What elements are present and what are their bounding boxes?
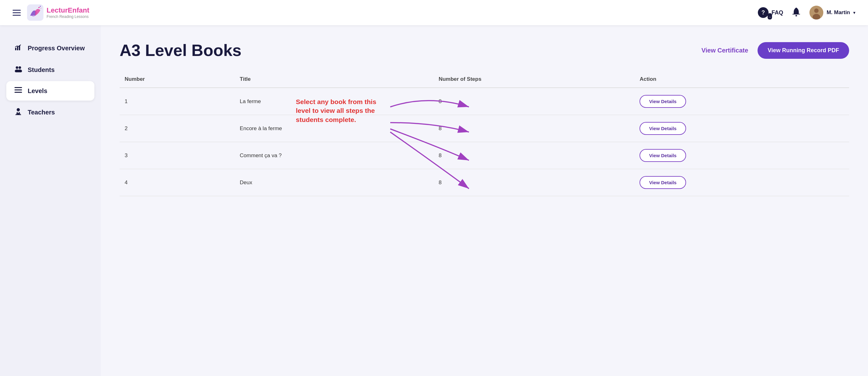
row-3-steps: 8: [434, 142, 635, 169]
row-3-action: View Details: [634, 142, 849, 169]
table-row: 2 Encore à la ferme 8 View Details: [120, 115, 849, 142]
row-1-action: View Details: [634, 88, 849, 115]
row-2-steps: 8: [434, 115, 635, 142]
view-details-button-1[interactable]: View Details: [640, 95, 686, 108]
svg-point-8: [814, 8, 818, 13]
user-name: M. Martin: [827, 9, 850, 16]
sidebar-item-teachers-label: Teachers: [28, 109, 55, 116]
row-1-title: La ferme: [235, 88, 434, 115]
svg-rect-11: [17, 46, 18, 50]
view-details-button-2[interactable]: View Details: [640, 122, 686, 135]
row-2-action: View Details: [634, 115, 849, 142]
svg-point-1: [38, 7, 40, 8]
row-4-title: Deux: [235, 169, 434, 196]
levels-icon: [14, 87, 23, 95]
row-2-number: 2: [120, 115, 235, 142]
view-certificate-link[interactable]: View Certificate: [702, 47, 748, 54]
header-right: ? ··· FAQ M. Mar: [757, 6, 856, 20]
svg-point-6: [796, 15, 797, 16]
logo-text: LecturEnfant French Reading Lessons: [46, 6, 89, 19]
page-header: A3 Level Books View Certificate View Run…: [120, 41, 849, 60]
svg-point-3: [40, 8, 41, 8]
row-1-steps: 8: [434, 88, 635, 115]
table-row: 3 Comment ça va ? 8 View Details: [120, 142, 849, 169]
page-actions: View Certificate View Running Record PDF: [702, 42, 849, 59]
row-4-action: View Details: [634, 169, 849, 196]
header-left: LecturEnfant French Reading Lessons: [12, 4, 89, 21]
logo-title: LecturEnfant: [46, 6, 89, 14]
hamburger-menu[interactable]: [12, 10, 21, 16]
page-title: A3 Level Books: [120, 41, 241, 60]
col-steps: Number of Steps: [434, 72, 635, 88]
svg-rect-18: [14, 90, 22, 91]
table-body: 1 La ferme 8 View Details 2 Encore à la …: [120, 88, 849, 196]
notifications-bell[interactable]: [792, 7, 801, 18]
app-header: LecturEnfant French Reading Lessons ? ··…: [0, 0, 868, 25]
view-details-button-3[interactable]: View Details: [640, 149, 686, 162]
logo-icon: [27, 4, 43, 21]
user-menu-chevron: ▾: [853, 10, 856, 15]
sidebar-item-students[interactable]: Students: [6, 60, 94, 80]
table-header: Number Title Number of Steps Action: [120, 72, 849, 88]
logo-area: LecturEnfant French Reading Lessons: [27, 4, 89, 21]
svg-point-20: [17, 108, 20, 111]
sidebar-item-progress-overview[interactable]: Progress Overview: [6, 38, 94, 59]
svg-rect-19: [14, 92, 22, 93]
table-row: 1 La ferme 8 View Details: [120, 88, 849, 115]
books-table: Number Title Number of Steps Action 1 La…: [120, 72, 849, 196]
sidebar-item-teachers[interactable]: Teachers: [6, 102, 94, 123]
row-4-steps: 8: [434, 169, 635, 196]
svg-point-14: [19, 66, 21, 69]
progress-overview-icon: [14, 43, 23, 53]
students-icon: [14, 65, 23, 74]
sidebar-item-students-label: Students: [28, 66, 55, 74]
faq-icon: ? ···: [757, 7, 769, 18]
col-title: Title: [235, 72, 434, 88]
user-menu[interactable]: M. Martin ▾: [809, 6, 856, 20]
svg-rect-17: [14, 87, 22, 88]
main-content: A3 Level Books View Certificate View Run…: [101, 25, 868, 376]
row-3-title: Comment ça va ?: [235, 142, 434, 169]
view-running-record-button[interactable]: View Running Record PDF: [757, 42, 849, 59]
row-3-number: 3: [120, 142, 235, 169]
sidebar: Progress Overview Students: [0, 25, 101, 376]
annotation-area: Select any book from this level to view …: [120, 72, 849, 196]
row-4-number: 4: [120, 169, 235, 196]
faq-label: FAQ: [771, 9, 783, 16]
table-row: 4 Deux 8 View Details: [120, 169, 849, 196]
sidebar-item-progress-overview-label: Progress Overview: [28, 45, 85, 52]
faq-button[interactable]: ? ··· FAQ: [757, 7, 783, 18]
sidebar-item-levels-label: Levels: [28, 88, 47, 95]
svg-text:?: ?: [762, 9, 765, 16]
logo-subtitle: French Reading Lessons: [46, 14, 89, 19]
col-action: Action: [634, 72, 849, 88]
row-1-number: 1: [120, 88, 235, 115]
main-layout: Progress Overview Students: [0, 25, 868, 376]
svg-rect-10: [15, 48, 17, 50]
sidebar-item-levels[interactable]: Levels: [6, 81, 94, 101]
col-number: Number: [120, 72, 235, 88]
svg-point-2: [40, 6, 41, 7]
svg-point-13: [16, 66, 18, 69]
teachers-icon: [14, 107, 23, 117]
view-details-button-4[interactable]: View Details: [640, 176, 686, 189]
books-table-wrapper: Select any book from this level to view …: [120, 72, 849, 196]
row-2-title: Encore à la ferme: [235, 115, 434, 142]
user-avatar: [809, 6, 823, 20]
